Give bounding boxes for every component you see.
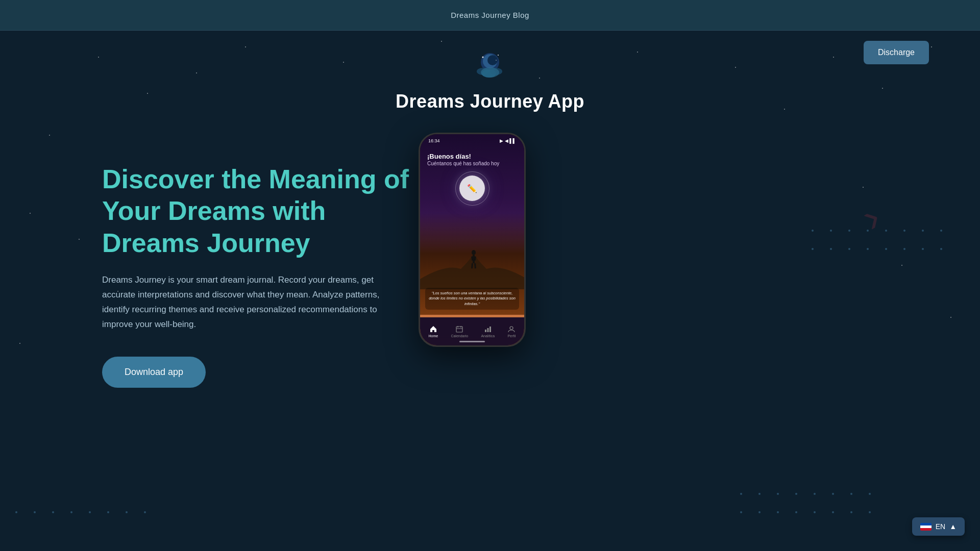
phone-nav-perfil[interactable]: Perfil (507, 325, 516, 338)
phone-greeting-subtitle: Cuéntanos qué has soñado hoy (427, 160, 517, 167)
chevron-up-icon: ▲ (949, 522, 957, 531)
phone-nav-home[interactable]: Home (429, 325, 438, 338)
phone-nav-analitica[interactable]: Analítica (481, 325, 495, 338)
calendar-icon (455, 325, 463, 333)
text-section: Discover the Meaning of Your Dreams with… (102, 153, 409, 388)
phone-record-button[interactable]: ✏️ (459, 176, 485, 201)
svg-point-23 (510, 327, 513, 330)
svg-point-9 (481, 67, 499, 78)
dots-bottom-right (740, 493, 878, 520)
profile-icon (507, 325, 516, 333)
phone-greeting: ¡Buenos días! Cuéntanos qué has soñado h… (420, 145, 524, 170)
phone-icons: ▶ ◀ ▌▌ (500, 138, 516, 143)
phone-nav: Home Calendario Analítica (420, 317, 524, 345)
svg-point-3 (482, 57, 484, 58)
phone-screen: 16:34 ▶ ◀ ▌▌ ¡Buenos días! Cuéntanos qué… (420, 134, 524, 345)
download-button[interactable]: Download app (102, 357, 206, 388)
hero-heading: Discover the Meaning of Your Dreams with… (102, 163, 409, 259)
svg-point-5 (496, 60, 497, 61)
nav-home-label: Home (429, 334, 438, 338)
svg-rect-22 (489, 327, 491, 332)
nav-analitica-label: Analítica (481, 334, 495, 338)
phone-mockup: 16:34 ▶ ◀ ▌▌ ¡Buenos días! Cuéntanos qué… (419, 133, 526, 347)
main-content: Discover the Meaning of Your Dreams with… (0, 153, 980, 388)
dots-right-mid (812, 230, 949, 257)
phone-time: 16:34 (428, 138, 440, 143)
hero-description: Dreams Journey is your smart dream journ… (102, 273, 388, 332)
phone-greeting-title: ¡Buenos días! (427, 153, 517, 160)
flag-icon (920, 523, 932, 531)
app-title: Dreams Journey App (396, 91, 584, 112)
heading-line2: Your Dreams with (102, 196, 326, 226)
phone-status-bar: 16:34 ▶ ◀ ▌▌ (420, 134, 524, 145)
phone-nav-calendario[interactable]: Calendario (451, 325, 468, 338)
nav-calendario-label: Calendario (451, 334, 468, 338)
svg-rect-20 (485, 330, 486, 332)
language-label: EN (936, 522, 945, 531)
edit-icon: ✏️ (467, 184, 477, 193)
analytics-icon (484, 325, 492, 333)
dots-bottom-left (15, 511, 153, 520)
top-banner: Dreams Journey Blog (0, 0, 980, 31)
svg-point-10 (472, 250, 476, 255)
nav-perfil-label: Perfil (507, 334, 516, 338)
logo-svg (470, 46, 510, 87)
heading-line1: Discover the Meaning of (102, 164, 409, 194)
home-indicator (459, 341, 485, 342)
phone-frame: 16:34 ▶ ◀ ▌▌ ¡Buenos días! Cuéntanos qué… (419, 133, 526, 347)
heading-line3: Dreams Journey (102, 228, 310, 258)
svg-rect-21 (487, 328, 488, 332)
svg-point-4 (498, 55, 499, 56)
app-logo (470, 46, 510, 87)
header: Dreams Journey App (0, 46, 980, 112)
home-icon (429, 325, 437, 333)
phone-quote: "Los sueños son una ventana al subconsci… (425, 288, 519, 310)
svg-rect-16 (456, 327, 462, 332)
language-badge[interactable]: EN ▲ (912, 517, 965, 536)
banner-text: Dreams Journey Blog (451, 11, 529, 19)
